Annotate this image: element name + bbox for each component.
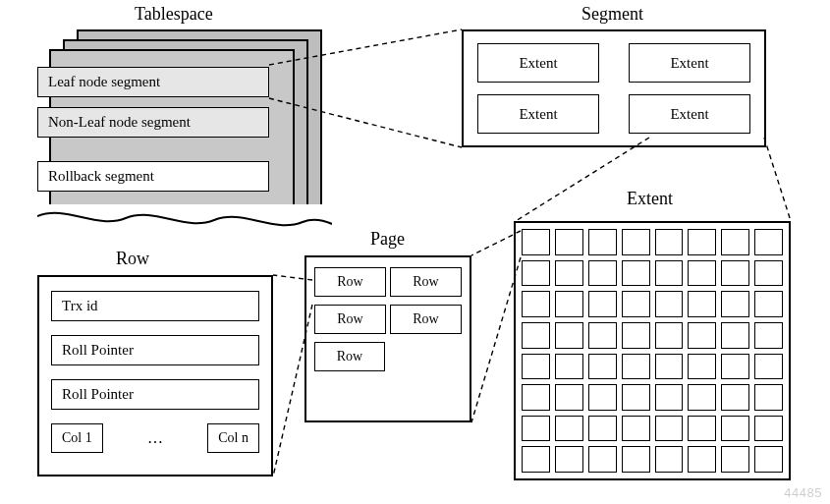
tablespace-segments: Leaf node segment Non-Leaf node segment …: [37, 67, 269, 201]
extent-page-cell: [655, 446, 684, 473]
row-field-trxid: Trx id: [51, 291, 259, 321]
extent-page-cell: [754, 446, 783, 473]
extent-page-cell: [721, 291, 749, 317]
extent-page-cell: [655, 229, 684, 255]
extent-page-cell: [522, 322, 550, 349]
extent-page-cell: [622, 260, 650, 287]
extent-page-cell: [721, 416, 749, 442]
extent-page-cell: [522, 354, 550, 380]
extent-page-cell: [721, 229, 749, 255]
extent-page-cell: [555, 229, 583, 255]
extent-label: Extent: [625, 189, 675, 209]
extent-page-cell: [622, 354, 650, 380]
extent-page-cell: [721, 260, 749, 287]
extent-page-cell: [555, 291, 583, 317]
extent-page-cell: [522, 384, 550, 411]
page-row-cell: Row: [314, 342, 385, 371]
row-col-last: Col n: [207, 423, 259, 453]
extent-page-cell: [588, 416, 617, 442]
row-columns: Col 1 … Col n: [51, 423, 259, 453]
segment-block: Extent Extent Extent Extent: [462, 29, 766, 147]
segment-extent-cell: Extent: [477, 43, 599, 83]
extent-page-cell: [622, 416, 650, 442]
tablespace-wave-mask: [37, 204, 332, 244]
tablespace-segment-leaf: Leaf node segment: [37, 67, 269, 97]
extent-page-cell: [522, 260, 550, 287]
extent-page-cell: [555, 384, 583, 411]
extent-page-cell: [688, 260, 716, 287]
page-row-cell: Row: [390, 305, 462, 334]
tablespace-stack: Leaf node segment Non-Leaf node segment …: [37, 29, 322, 196]
extent-page-cell: [655, 260, 684, 287]
extent-page-cell: [688, 446, 716, 473]
row-label: Row: [114, 249, 151, 269]
extent-page-cell: [754, 229, 783, 255]
extent-page-cell: [688, 322, 716, 349]
page-row: Row Row: [314, 305, 462, 334]
extent-page-cell: [655, 384, 684, 411]
extent-page-cell: [754, 384, 783, 411]
row-detail-block: Trx id Roll Pointer Roll Pointer Col 1 ……: [37, 275, 273, 476]
extent-page-cell: [522, 416, 550, 442]
extent-page-cell: [688, 384, 716, 411]
page-label: Page: [368, 229, 407, 250]
extent-page-cell: [522, 446, 550, 473]
extent-page-cell: [688, 416, 716, 442]
extent-page-cell: [688, 229, 716, 255]
page-row: Row: [314, 342, 462, 371]
segment-label: Segment: [580, 4, 645, 25]
extent-page-cell: [622, 291, 650, 317]
extent-page-cell: [555, 260, 583, 287]
extent-page-cell: [622, 229, 650, 255]
extent-page-cell: [555, 354, 583, 380]
extent-page-cell: [721, 354, 749, 380]
row-field-rollpointer: Roll Pointer: [51, 335, 259, 365]
svg-line-3: [764, 138, 791, 221]
extent-page-cell: [655, 291, 684, 317]
tablespace-block: Leaf node segment Non-Leaf node segment …: [37, 10, 322, 196]
extent-page-cell: [688, 291, 716, 317]
extent-page-cell: [754, 260, 783, 287]
tablespace-segment-nonleaf: Non-Leaf node segment: [37, 107, 269, 138]
extent-page-cell: [622, 384, 650, 411]
watermark-text: 44485: [784, 485, 822, 500]
extent-page-cell: [588, 322, 617, 349]
row-field-rollpointer: Roll Pointer: [51, 379, 259, 410]
page-row-cell: Row: [314, 267, 386, 297]
tablespace-segment-rollback: Rollback segment: [37, 161, 269, 192]
extent-page-cell: [622, 446, 650, 473]
page-row-cell: Row: [314, 305, 386, 334]
segment-extent-cell: Extent: [629, 43, 750, 83]
extent-page-cell: [721, 322, 749, 349]
row-col-ellipsis: …: [147, 429, 163, 447]
extent-page-cell: [688, 354, 716, 380]
extent-page-cell: [588, 229, 617, 255]
extent-page-cell: [588, 260, 617, 287]
extent-page-cell: [555, 322, 583, 349]
extent-page-cell: [754, 291, 783, 317]
extent-page-cell: [588, 291, 617, 317]
extent-page-cell: [522, 291, 550, 317]
extent-page-cell: [655, 416, 684, 442]
extent-page-cell: [721, 446, 749, 473]
extent-page-cell: [522, 229, 550, 255]
extent-page-cell: [754, 354, 783, 380]
extent-page-cell: [588, 384, 617, 411]
extent-block: [514, 221, 791, 480]
extent-page-cell: [588, 354, 617, 380]
extent-page-cell: [754, 322, 783, 349]
page-row: Row Row: [314, 267, 462, 297]
segment-extent-cell: Extent: [477, 94, 599, 134]
extent-page-cell: [721, 384, 749, 411]
extent-page-cell: [622, 322, 650, 349]
extent-page-cell: [555, 416, 583, 442]
page-block: Row Row Row Row Row: [304, 255, 471, 422]
page-row-cell: Row: [390, 267, 462, 297]
segment-extent-cell: Extent: [629, 94, 750, 134]
extent-page-cell: [555, 446, 583, 473]
extent-page-cell: [588, 446, 617, 473]
extent-page-cell: [655, 322, 684, 349]
extent-page-cell: [655, 354, 684, 380]
row-col-first: Col 1: [51, 423, 103, 453]
extent-page-cell: [754, 416, 783, 442]
